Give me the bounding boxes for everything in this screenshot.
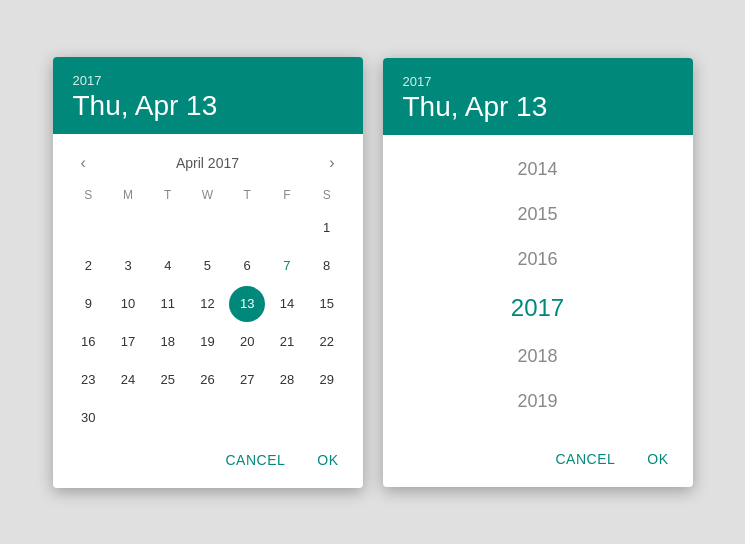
year-item[interactable]: 2015 xyxy=(383,192,693,237)
calendar-day xyxy=(189,400,225,436)
calendar-day[interactable]: 2 xyxy=(70,248,106,284)
year-picker-header: 2017 Thu, Apr 13 xyxy=(383,58,693,135)
calendar-day xyxy=(189,210,225,246)
calendar-day[interactable]: 28 xyxy=(269,362,305,398)
year-ok-button[interactable]: OK xyxy=(635,443,680,475)
calendar-day[interactable]: 25 xyxy=(150,362,186,398)
year-picker-footer: CANCEL OK xyxy=(383,435,693,487)
calendar-day[interactable]: 19 xyxy=(189,324,225,360)
year-item[interactable]: 2020 xyxy=(383,424,693,435)
calendar-cancel-button[interactable]: CANCEL xyxy=(213,444,297,476)
calendar-day xyxy=(269,210,305,246)
calendar-day[interactable]: 24 xyxy=(110,362,146,398)
calendar-body: ‹ April 2017 › SMTWTFS 12345678910111213… xyxy=(53,134,363,436)
day-headers: SMTWTFS xyxy=(69,184,347,206)
year-item[interactable]: 2016 xyxy=(383,237,693,282)
day-header: M xyxy=(108,184,148,206)
day-header: T xyxy=(227,184,267,206)
day-header: S xyxy=(307,184,347,206)
year-picker-dialog: 2017 Thu, Apr 13 20142015201620172018201… xyxy=(383,58,693,487)
year-item[interactable]: 2017 xyxy=(383,282,693,334)
day-header: F xyxy=(267,184,307,206)
day-header: T xyxy=(148,184,188,206)
year-item[interactable]: 2019 xyxy=(383,379,693,424)
year-item[interactable]: 2018 xyxy=(383,334,693,379)
calendar-day xyxy=(229,210,265,246)
day-header: S xyxy=(69,184,109,206)
calendar-day[interactable]: 22 xyxy=(309,324,345,360)
calendar-day xyxy=(309,400,345,436)
calendar-date: Thu, Apr 13 xyxy=(73,90,343,122)
calendar-day[interactable]: 12 xyxy=(189,286,225,322)
calendar-day[interactable]: 14 xyxy=(269,286,305,322)
calendar-day[interactable]: 3 xyxy=(110,248,146,284)
calendar-day[interactable]: 15 xyxy=(309,286,345,322)
calendar-day[interactable]: 27 xyxy=(229,362,265,398)
calendar-ok-button[interactable]: OK xyxy=(305,444,350,476)
calendar-header: 2017 Thu, Apr 13 xyxy=(53,57,363,134)
calendar-day[interactable]: 18 xyxy=(150,324,186,360)
calendar-day[interactable]: 10 xyxy=(110,286,146,322)
calendar-day xyxy=(110,400,146,436)
calendar-grid: 1234567891011121314151617181920212223242… xyxy=(69,210,347,436)
year-cancel-button[interactable]: CANCEL xyxy=(543,443,627,475)
year-picker-year: 2017 xyxy=(403,74,673,89)
calendar-day xyxy=(70,210,106,246)
calendar-day[interactable]: 23 xyxy=(70,362,106,398)
calendar-day[interactable]: 11 xyxy=(150,286,186,322)
next-month-button[interactable]: › xyxy=(321,150,342,176)
calendar-day[interactable]: 20 xyxy=(229,324,265,360)
calendar-dialog: 2017 Thu, Apr 13 ‹ April 2017 › SMTWTFS … xyxy=(53,57,363,488)
month-nav: ‹ April 2017 › xyxy=(69,142,347,184)
month-label: April 2017 xyxy=(176,155,239,171)
calendar-day[interactable]: 29 xyxy=(309,362,345,398)
year-picker-date: Thu, Apr 13 xyxy=(403,91,673,123)
calendar-day[interactable]: 7 xyxy=(269,248,305,284)
day-header: W xyxy=(188,184,228,206)
calendar-day[interactable]: 21 xyxy=(269,324,305,360)
calendar-day xyxy=(229,400,265,436)
calendar-year: 2017 xyxy=(73,73,343,88)
calendar-day[interactable]: 8 xyxy=(309,248,345,284)
year-item[interactable]: 2014 xyxy=(383,147,693,192)
calendar-day[interactable]: 26 xyxy=(189,362,225,398)
calendar-day[interactable]: 16 xyxy=(70,324,106,360)
calendar-day xyxy=(150,400,186,436)
calendar-day[interactable]: 1 xyxy=(309,210,345,246)
calendar-day[interactable]: 13 xyxy=(229,286,265,322)
calendar-day[interactable]: 6 xyxy=(229,248,265,284)
calendar-day[interactable]: 5 xyxy=(189,248,225,284)
calendar-day xyxy=(269,400,305,436)
calendar-day xyxy=(150,210,186,246)
calendar-day[interactable]: 4 xyxy=(150,248,186,284)
calendar-footer: CANCEL OK xyxy=(53,436,363,488)
calendar-day xyxy=(110,210,146,246)
calendar-day[interactable]: 9 xyxy=(70,286,106,322)
prev-month-button[interactable]: ‹ xyxy=(73,150,94,176)
year-picker-body: 2014201520162017201820192020 xyxy=(383,135,693,435)
calendar-day[interactable]: 30 xyxy=(70,400,106,436)
calendar-day[interactable]: 17 xyxy=(110,324,146,360)
